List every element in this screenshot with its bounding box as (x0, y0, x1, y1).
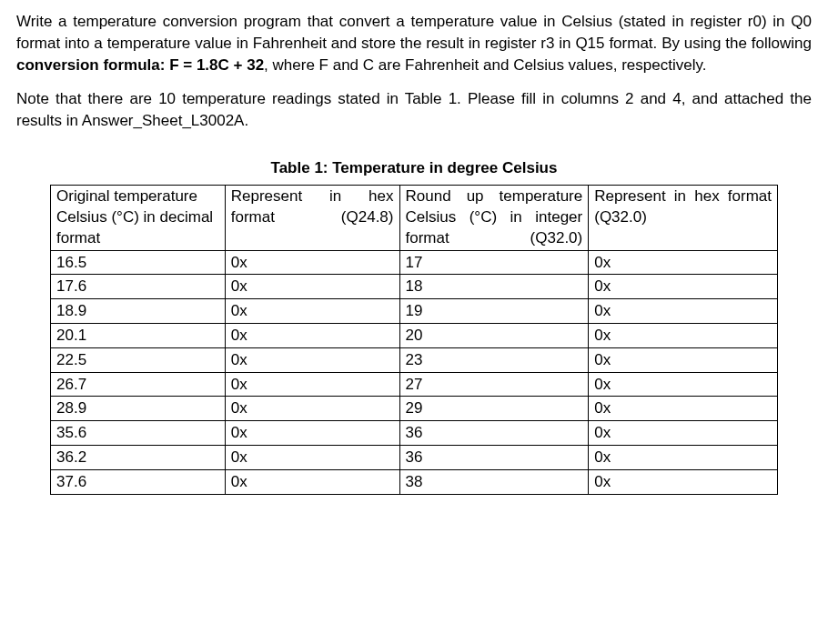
table-row: 17.6 0x 18 0x (51, 275, 778, 299)
cell-hex-q32: 0x (589, 250, 778, 275)
cell-roundup: 38 (399, 469, 589, 494)
header-roundup-temp: Round up temperature Celsius (°C) in int… (399, 185, 589, 250)
paragraph-formula: conversion formula: F = 1.8C + 32 (16, 56, 264, 74)
table-row: 16.5 0x 17 0x (51, 250, 778, 275)
problem-paragraph-1: Write a temperature conversion program t… (16, 11, 812, 75)
cell-roundup: 20 (399, 323, 589, 347)
cell-hex-q32: 0x (589, 323, 778, 347)
header-hex-q32: Represent in hex format (Q32.0) (589, 185, 778, 250)
table-body: 16.5 0x 17 0x 17.6 0x 18 0x 18.9 0x 19 0… (51, 250, 778, 494)
cell-roundup: 36 (399, 421, 589, 446)
table-row: 37.6 0x 38 0x (51, 469, 778, 494)
cell-original: 17.6 (51, 275, 226, 299)
cell-hex-q24: 0x (225, 421, 399, 446)
cell-roundup: 27 (399, 372, 589, 397)
cell-hex-q32: 0x (589, 347, 778, 372)
cell-original: 28.9 (51, 397, 226, 421)
cell-hex-q32: 0x (589, 397, 778, 421)
table-row: 20.1 0x 20 0x (51, 323, 778, 347)
cell-roundup: 29 (399, 397, 589, 421)
cell-hex-q24: 0x (225, 299, 399, 324)
table-row: 18.9 0x 19 0x (51, 299, 778, 324)
cell-hex-q24: 0x (225, 445, 399, 469)
table-title: Table 1: Temperature in degree Celsius (16, 157, 812, 179)
cell-original: 20.1 (51, 323, 226, 347)
cell-hex-q24: 0x (225, 323, 399, 347)
cell-roundup: 17 (399, 250, 589, 275)
cell-original: 36.2 (51, 445, 226, 469)
paragraph-text-a: Write a temperature conversion program t… (16, 13, 812, 52)
cell-hex-q32: 0x (589, 372, 778, 397)
cell-original: 22.5 (51, 347, 226, 372)
table-row: 35.6 0x 36 0x (51, 421, 778, 446)
cell-hex-q24: 0x (225, 469, 399, 494)
temperature-table: Original temperature Celsius (°C) in dec… (50, 185, 778, 495)
cell-roundup: 36 (399, 445, 589, 469)
cell-hex-q32: 0x (589, 421, 778, 446)
cell-original: 35.6 (51, 421, 226, 446)
table-row: 28.9 0x 29 0x (51, 397, 778, 421)
cell-hex-q32: 0x (589, 275, 778, 299)
cell-hex-q24: 0x (225, 347, 399, 372)
cell-hex-q24: 0x (225, 250, 399, 275)
cell-original: 16.5 (51, 250, 226, 275)
cell-hex-q24: 0x (225, 397, 399, 421)
table-header-row: Original temperature Celsius (°C) in dec… (51, 185, 778, 250)
table-row: 22.5 0x 23 0x (51, 347, 778, 372)
cell-roundup: 19 (399, 299, 589, 324)
paragraph-text-c: , where F and C are Fahrenheit and Celsi… (264, 56, 706, 74)
cell-roundup: 23 (399, 347, 589, 372)
problem-paragraph-2: Note that there are 10 temperature readi… (16, 88, 812, 132)
cell-hex-q32: 0x (589, 299, 778, 324)
header-original-temp: Original temperature Celsius (°C) in dec… (51, 185, 226, 250)
cell-roundup: 18 (399, 275, 589, 299)
table-row: 26.7 0x 27 0x (51, 372, 778, 397)
cell-original: 18.9 (51, 299, 226, 324)
cell-original: 37.6 (51, 469, 226, 494)
cell-hex-q24: 0x (225, 275, 399, 299)
cell-hex-q32: 0x (589, 445, 778, 469)
table-row: 36.2 0x 36 0x (51, 445, 778, 469)
cell-original: 26.7 (51, 372, 226, 397)
header-hex-q24: Represent in hex format (Q24.8) (225, 185, 399, 250)
cell-hex-q24: 0x (225, 372, 399, 397)
cell-hex-q32: 0x (589, 469, 778, 494)
